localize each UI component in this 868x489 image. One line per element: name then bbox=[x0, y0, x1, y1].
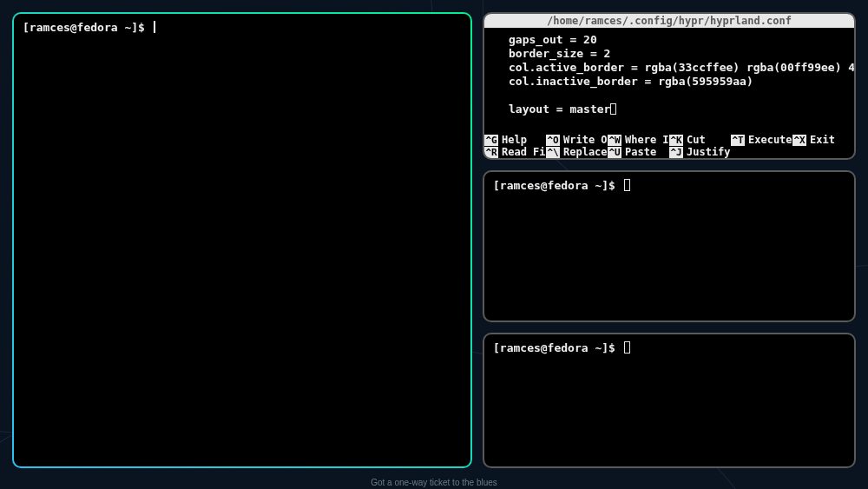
editor-help-bar: ^GHelp ^OWrite Out ^WWhere Is ^KCut ^TEx… bbox=[484, 134, 854, 158]
cursor-icon bbox=[154, 21, 155, 33]
help-item: ^RRead File bbox=[484, 146, 546, 158]
terminal-main[interactable]: [ramces@fedora ~]$ bbox=[12, 12, 472, 468]
editor-content[interactable]: gaps_out = 20 border_size = 2 col.active… bbox=[493, 33, 845, 116]
help-item: ^KCut bbox=[669, 134, 731, 146]
cursor-icon bbox=[610, 103, 616, 115]
prompt-line: [ramces@fedora ~]$ bbox=[23, 21, 462, 34]
help-item: ^XExit bbox=[792, 134, 854, 146]
terminal-editor[interactable]: /home/ramces/.config/hypr/hyprland.conf … bbox=[483, 12, 856, 160]
help-item: ^OWrite Out bbox=[546, 134, 608, 146]
status-bar-text: Got a one-way ticket to the blues bbox=[0, 478, 868, 487]
prompt-line: [ramces@fedora ~]$ bbox=[493, 341, 845, 354]
cursor-icon bbox=[624, 341, 630, 354]
help-item: ^\Replace bbox=[546, 146, 608, 158]
shell-prompt: [ramces@fedora ~]$ bbox=[23, 21, 152, 34]
desktop: [ramces@fedora ~]$ /home/ramces/.config/… bbox=[0, 0, 868, 489]
editor-titlebar: /home/ramces/.config/hypr/hyprland.conf bbox=[484, 14, 854, 28]
help-item: ^GHelp bbox=[484, 134, 546, 146]
shell-prompt: [ramces@fedora ~]$ bbox=[493, 341, 622, 354]
help-item: ^TExecute bbox=[731, 134, 792, 146]
prompt-line: [ramces@fedora ~]$ bbox=[493, 179, 845, 192]
cursor-icon bbox=[624, 179, 630, 191]
shell-prompt: [ramces@fedora ~]$ bbox=[493, 179, 622, 192]
terminal-secondary-2[interactable]: [ramces@fedora ~]$ bbox=[483, 333, 856, 468]
help-item: ^UPaste bbox=[608, 146, 669, 158]
help-item: ^JJustify bbox=[669, 146, 731, 158]
terminal-secondary-1[interactable]: [ramces@fedora ~]$ bbox=[483, 170, 856, 322]
help-item: ^WWhere Is bbox=[608, 134, 669, 146]
